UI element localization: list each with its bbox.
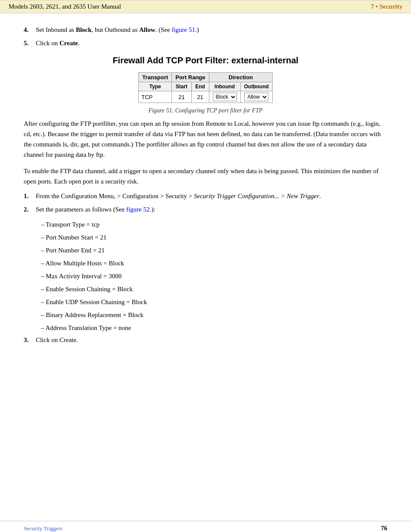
body-para-2: To enable the FTP data channel, add a tr… (24, 166, 387, 187)
cell-inbound[interactable]: Block Allow (209, 91, 240, 103)
dash-item-1: Transport Type = tcp (41, 219, 387, 230)
dash-item-6: Enable Session Chaining = Block (41, 284, 387, 294)
body-para-1: After configuring the FTP portfilter, yo… (24, 118, 387, 160)
dash-item-8: Binary Address Replacement = Block (41, 310, 387, 320)
step-2-text: Set the parameters as follows (See figur… (36, 206, 387, 213)
header-right: 7 • Security (371, 3, 402, 10)
step-4-text: Set Inbound as Block, but Outbound as Al… (36, 26, 387, 34)
step-1-num: 1. (24, 193, 31, 200)
cell-outbound[interactable]: Allow Block (240, 91, 272, 103)
figure-51: Firewall Add TCP Port Filter: external-i… (24, 56, 387, 114)
footer: Security Triggers 76 (0, 521, 411, 532)
col-transport: Transport (139, 73, 172, 82)
footer-right: 76 (381, 525, 387, 532)
dash-item-7: Enable UDP Session Chaining = Block (41, 297, 387, 307)
dash-item-2: Port Number Start = 21 (41, 232, 387, 243)
main-content: 4. Set Inbound as Block, but Outbound as… (0, 26, 411, 344)
step-2-num: 2. (24, 206, 31, 213)
figure-caption: Figure 51. Configuring TCP port filter f… (148, 107, 262, 114)
figure-title: Firewall Add TCP Port Filter: external-i… (112, 56, 298, 65)
dash-item-5: Max Activity Interval = 3000 (41, 271, 387, 281)
header-bar: Models 2603, 2621, and 2635 User Manual … (0, 0, 411, 13)
col-inbound: Inbound (209, 82, 240, 91)
cell-start: 21 (172, 91, 192, 103)
step-4: 4. Set Inbound as Block, but Outbound as… (24, 26, 387, 34)
col-port-range: Port Range (172, 73, 209, 82)
header-left: Models 2603, 2621, and 2635 User Manual (9, 3, 121, 10)
step-1: 1. From the Configuration Menu, > Config… (24, 193, 387, 200)
cell-end: 21 (191, 91, 209, 103)
inbound-select[interactable]: Block Allow (213, 93, 237, 101)
step-2: 2. Set the parameters as follows (See fi… (24, 206, 387, 213)
figure-52-link[interactable]: figure 52 (126, 206, 150, 213)
cell-type: TCP (139, 91, 172, 103)
col-end: End (191, 82, 209, 91)
col-start: Start (172, 82, 192, 91)
step-5: 5. Click on Create. (24, 40, 387, 47)
outbound-select[interactable]: Allow Block (244, 93, 268, 101)
col-direction: Direction (209, 73, 272, 82)
dash-item-3: Port Number End = 21 (41, 245, 387, 255)
port-filter-table: Transport Port Range Direction Type Star… (138, 72, 273, 103)
step-3-text: Click on Create. (36, 336, 387, 344)
dash-item-9: Address Translation Type = none (41, 323, 387, 333)
step-4-num: 4. (24, 26, 31, 34)
col-type: Type (139, 82, 172, 91)
figure-51-link[interactable]: figure 51 (171, 26, 195, 33)
col-outbound: Outbound (240, 82, 272, 91)
table-row: TCP 21 21 Block Allow Allow Block (139, 91, 273, 103)
dash-item-4: Allow Multiple Hosts = Block (41, 258, 387, 268)
step-3: 3. Click on Create. (24, 336, 387, 344)
dash-list: Transport Type = tcp Port Number Start =… (41, 219, 387, 333)
step-5-num: 5. (24, 40, 31, 47)
footer-left: Security Triggers (24, 525, 62, 532)
step-1-text: From the Configuration Menu, > Configura… (36, 193, 387, 200)
step-5-text: Click on Create. (36, 40, 387, 47)
menu-path: Security Trigger Configuration... > New … (194, 193, 319, 199)
step-3-num: 3. (24, 336, 31, 344)
